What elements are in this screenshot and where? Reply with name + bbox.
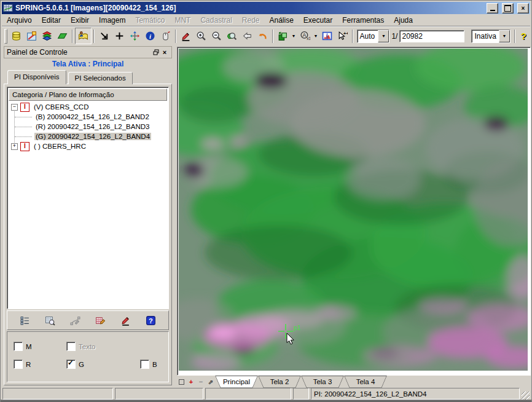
tree-item-band4[interactable]: (G) 20090422_154_126_L2_BAND4 [7,132,168,141]
tab-principal[interactable]: Principal [215,376,258,388]
toolbar-separator [352,30,353,43]
overlay-dropdown[interactable]: ▼ [291,34,297,38]
zoom-region-icon [227,31,237,41]
zoom-out-icon [211,31,222,41]
info-plane-button[interactable] [55,28,70,44]
menu-item-editar[interactable]: Editar [37,15,66,25]
acquire-button[interactable] [158,28,173,44]
checkbox-box[interactable]: ✓ [14,360,23,369]
info-button[interactable]: i [143,28,158,44]
titlebar[interactable]: SPRING-5.0.6.1 [Imagens][20090422_154_12… [2,2,530,14]
menu-item-exibir[interactable]: Exibir [66,15,94,25]
panel-help-button[interactable]: ? [143,313,158,328]
preview-button[interactable] [43,313,58,328]
tree-category-cbers-hrc[interactable]: + I ( ) CBERS_HRC [7,141,168,151]
tree-category-cbers-ccd[interactable]: − I (V) CBERS_CCD [7,102,168,112]
zoom-out-button[interactable] [209,28,224,44]
app-window: SPRING-5.0.6.1 [Imagens][20090422_154_12… [0,0,532,402]
add-point-button[interactable] [112,28,127,44]
tab-pi-selecionados[interactable]: PI Selecionados [68,72,133,84]
minimize-button[interactable] [487,3,498,14]
table-edit-icon [95,315,106,326]
tab-tela-2[interactable]: Tela 2 [258,376,301,388]
float-panel-button[interactable] [152,49,160,57]
database-button[interactable] [9,28,24,44]
overlay-button[interactable] [275,28,291,44]
zoom-factor-dropdown[interactable]: ▼ [313,34,319,38]
band-selection-group: ✓ M ✓ Texto ✓ R ✓ G ✓ B [7,331,169,382]
histogram-button[interactable] [319,28,335,44]
checkbox-r[interactable]: ✓ R [14,360,31,369]
tab-tela-4[interactable]: Tela 4 [344,376,387,388]
contrast-button[interactable] [178,28,194,44]
mouse-icon [160,31,171,41]
tab-tela-3[interactable]: Tela 3 [301,376,344,388]
list-button[interactable] [18,313,33,328]
toolbar-grip[interactable] [4,29,7,44]
window-border [1,400,531,401]
redraw-button[interactable] [96,28,112,44]
control-panel-icon [78,31,88,41]
image-category-icon: I [20,142,29,151]
checkbox-box[interactable]: ✓ [14,342,23,351]
screen-button[interactable] [177,377,186,387]
checkbox-box[interactable]: ✓ [66,360,76,369]
menu-item-ajuda[interactable]: Ajuda [389,15,418,25]
menu-item-ferramentas[interactable]: Ferramentas [337,15,389,25]
scale-mode-value: Auto [358,32,378,41]
control-panel-header[interactable]: Painel de Controle × [4,46,172,58]
zoom-factor-button[interactable]: Ax1 [297,28,313,44]
scale-denominator-input[interactable] [399,30,464,42]
close-button[interactable]: × [517,3,529,14]
layers-button[interactable] [39,28,55,44]
tree-item-band2[interactable]: (B) 20090422_154_126_L2_BAND2 [7,112,168,122]
cursor-mode-combo[interactable]: Inativa ▼ [471,30,510,43]
zoom-in-icon [196,31,206,41]
help-button[interactable]: ? [521,31,526,41]
chevron-down-icon[interactable]: ▼ [499,30,510,42]
image-viewport[interactable]: p1 [177,47,531,376]
maximize-icon [504,5,511,12]
menu-item-executar[interactable]: Executar [299,15,337,25]
contrast-button-panel[interactable] [118,313,133,328]
control-panel-title: Painel de Controle [7,48,152,57]
menu-item-arquivo[interactable]: Arquivo [2,15,37,25]
tab-pi-disponiveis[interactable]: PI Disponíveis [7,70,66,84]
undo-button[interactable] [255,28,270,44]
select-points-button[interactable]: ++ [335,28,350,44]
info-plane-icon [57,31,68,41]
checkbox-box[interactable]: ✓ [140,360,149,369]
collapse-icon[interactable]: − [11,104,18,111]
remove-screen-button[interactable]: − [197,377,205,387]
overlay-squares-icon [278,31,288,41]
tree-guide-line [15,136,32,137]
chevron-down-icon[interactable]: ▼ [378,30,389,42]
data-model-button[interactable] [24,28,39,44]
maximize-screen-button[interactable]: ⇗ [206,377,215,387]
zoom-region-button[interactable] [224,28,240,44]
control-panel-toggle-button[interactable] [75,28,92,44]
tree-guide-line [15,127,32,127]
add-screen-button[interactable]: + [187,377,195,387]
zoom-in-button[interactable] [194,28,209,44]
scale-mode-combo[interactable]: Auto ▼ [357,30,390,43]
previous-view-button[interactable] [240,28,255,44]
menu-item-cadastral: Cadastral [195,15,237,25]
histogram-icon [322,31,332,41]
resize-grip[interactable] [522,392,530,400]
menu-item-imagem[interactable]: Imagem [94,15,130,25]
attribute-table-button[interactable] [93,313,108,328]
pan-button[interactable] [127,28,143,44]
checkbox-g[interactable]: ✓ G [66,360,84,369]
checkbox-m[interactable]: ✓ M [14,342,32,351]
statusbar: PI: 20090422_154_126_L2_BAND4 [2,388,530,400]
tree-item-band3[interactable]: (R) 20090422_154_126_L2_BAND3 [7,122,168,132]
close-panel-button[interactable]: × [160,49,169,57]
data-model-icon [26,31,37,41]
satellite-image[interactable]: p1 [179,49,528,371]
menu-item-analise[interactable]: Análise [265,15,299,25]
expand-icon[interactable]: + [11,143,18,150]
maximize-button[interactable] [502,3,514,14]
status-cell-empty [115,388,203,400]
checkbox-b[interactable]: ✓ B [140,360,157,369]
